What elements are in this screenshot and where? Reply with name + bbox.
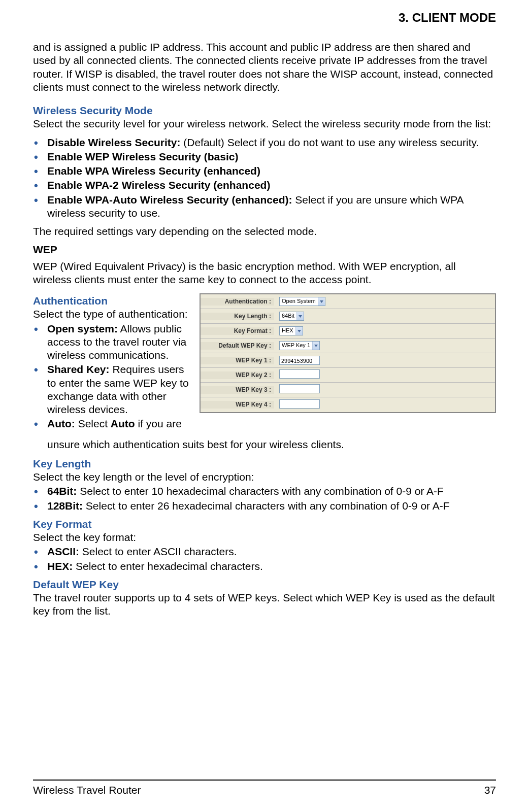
item-rest: Select to enter 26 hexadecimal character… (83, 500, 450, 512)
wep-config-panel: Authentication : Open System Key Length … (200, 293, 496, 413)
chevron-down-icon (312, 342, 319, 350)
config-row-wep-key-4: WEP Key 4 : (201, 397, 495, 412)
config-label: WEP Key 2 : (201, 371, 274, 379)
list-item: Disable Wireless Security: (Default) Sel… (33, 136, 496, 149)
config-label: Default WEP Key : (201, 342, 274, 350)
list-item: 64Bit: Select to enter 10 hexadecimal ch… (33, 485, 496, 498)
config-value (274, 369, 495, 381)
config-value: HEX (274, 326, 495, 335)
config-row-key-length: Key Length : 64Bit (201, 309, 495, 324)
wireless-security-list: Disable Wireless Security: (Default) Sel… (33, 136, 496, 220)
wireless-security-after: The required settings vary depending on … (33, 225, 496, 238)
heading-default-wep-key: Default WEP Key (33, 578, 496, 591)
default-wep-key-select[interactable]: WEP Key 1 (279, 341, 320, 350)
default-wep-key-desc: The travel router supports up to 4 sets … (33, 591, 496, 618)
config-row-authentication: Authentication : Open System (201, 294, 495, 309)
config-label: WEP Key 3 : (201, 386, 274, 394)
wireless-security-desc: Select the security level for your wirel… (33, 117, 496, 130)
list-item: HEX: Select to enter hexadecimal charact… (33, 560, 496, 573)
config-label: Key Format : (201, 327, 274, 335)
chevron-down-icon (318, 297, 325, 306)
select-text: WEP Key 1 (280, 342, 312, 349)
key-length-list: 64Bit: Select to enter 10 hexadecimal ch… (33, 485, 496, 513)
list-item: ASCII: Select to enter ASCII characters. (33, 545, 496, 558)
config-row-key-format: Key Format : HEX (201, 324, 495, 339)
config-row-wep-key-2: WEP Key 2 : (201, 368, 495, 383)
item-bold-mid: Auto (111, 418, 135, 429)
select-text: HEX (280, 327, 295, 334)
item-rest: Select to enter 10 hexadecimal character… (77, 485, 444, 497)
config-row-wep-key-1: WEP Key 1 : 2994153900 (201, 353, 495, 368)
intro-paragraph: and is assigned a public IP address. Thi… (33, 41, 496, 94)
config-value (274, 399, 495, 411)
item-rest: if you are (135, 418, 182, 429)
item-bold: HEX: (47, 560, 73, 572)
list-item: Enable WPA Wireless Security (enhanced) (33, 164, 496, 178)
footer-page-number: 37 (484, 784, 496, 797)
page-footer: Wireless Travel Router 37 (33, 780, 496, 797)
list-item: Shared Key: Requires users to enter the … (33, 363, 190, 416)
list-item: 128Bit: Select to enter 26 hexadecimal c… (33, 499, 496, 513)
item-bold: Enable WPA-Auto Wireless Security (enhan… (47, 194, 292, 206)
item-bold: Shared Key: (47, 363, 110, 375)
wep-key-1-input[interactable]: 2994153900 (279, 356, 320, 365)
key-format-list: ASCII: Select to enter ASCII characters.… (33, 545, 496, 573)
key-length-intro: Select the key length or the level of en… (33, 470, 496, 484)
config-label: Key Length : (201, 313, 274, 320)
select-text: Open System (280, 298, 318, 305)
item-bold: Enable WPA Wireless Security (enhanced) (47, 165, 260, 177)
auto-continuation: unsure which authentication suits best f… (33, 438, 496, 451)
list-item: Enable WPA-2 Wireless Security (enhanced… (33, 179, 496, 192)
wep-desc: WEP (Wired Equivalent Privacy) is the ba… (33, 260, 496, 287)
heading-wep: WEP (33, 243, 496, 256)
item-bold: ASCII: (47, 546, 79, 557)
footer-left: Wireless Travel Router (33, 784, 141, 797)
wep-key-2-input[interactable] (279, 369, 320, 379)
item-bold: Enable WEP Wireless Security (basic) (47, 151, 238, 162)
item-bold: Auto: (47, 418, 75, 429)
config-label: WEP Key 4 : (201, 401, 274, 409)
config-value: Open System (274, 297, 495, 306)
authentication-intro: Select the type of authentication: (33, 308, 190, 321)
chevron-down-icon (295, 327, 303, 335)
authentication-select[interactable]: Open System (279, 297, 325, 306)
config-row-wep-key-3: WEP Key 3 : (201, 383, 495, 397)
key-format-select[interactable]: HEX (279, 326, 303, 335)
item-mid: Select (75, 418, 111, 429)
select-text: 64Bit (280, 313, 296, 320)
key-format-intro: Select the key format: (33, 531, 496, 544)
config-value: WEP Key 1 (274, 341, 495, 350)
wep-key-3-input[interactable] (279, 384, 320, 393)
config-value: 2994153900 (274, 356, 495, 365)
heading-wireless-security-mode: Wireless Security Mode (33, 104, 496, 117)
heading-key-format: Key Format (33, 518, 496, 531)
config-value: 64Bit (274, 312, 495, 321)
heading-authentication: Authentication (33, 294, 190, 308)
item-rest: Select to enter ASCII characters. (79, 546, 237, 557)
heading-key-length: Key Length (33, 457, 496, 470)
config-row-default-wep-key: Default WEP Key : WEP Key 1 (201, 339, 495, 353)
item-rest: Select to enter hexadecimal characters. (73, 560, 263, 572)
chevron-down-icon (296, 312, 304, 320)
config-label: WEP Key 1 : (201, 357, 274, 364)
item-bold: Open system: (47, 323, 118, 334)
key-length-select[interactable]: 64Bit (279, 312, 304, 321)
authentication-list: Open system: Allows public access to the… (33, 322, 190, 431)
item-bold: 64Bit: (47, 485, 77, 497)
wep-key-4-input[interactable] (279, 399, 320, 409)
chapter-header: 3. CLIENT MODE (33, 10, 496, 25)
item-bold: 128Bit: (47, 500, 83, 512)
list-item: Enable WEP Wireless Security (basic) (33, 150, 496, 163)
item-bold: Disable Wireless Security: (47, 137, 180, 148)
config-label: Authentication : (201, 298, 274, 306)
item-bold: Enable WPA-2 Wireless Security (enhanced… (47, 179, 270, 191)
item-rest: (Default) Select if you do not want to u… (180, 137, 479, 148)
list-item: Open system: Allows public access to the… (33, 322, 190, 362)
list-item: Enable WPA-Auto Wireless Security (enhan… (33, 193, 496, 220)
config-value (274, 384, 495, 395)
list-item: Auto: Select Auto if you are (33, 417, 190, 430)
